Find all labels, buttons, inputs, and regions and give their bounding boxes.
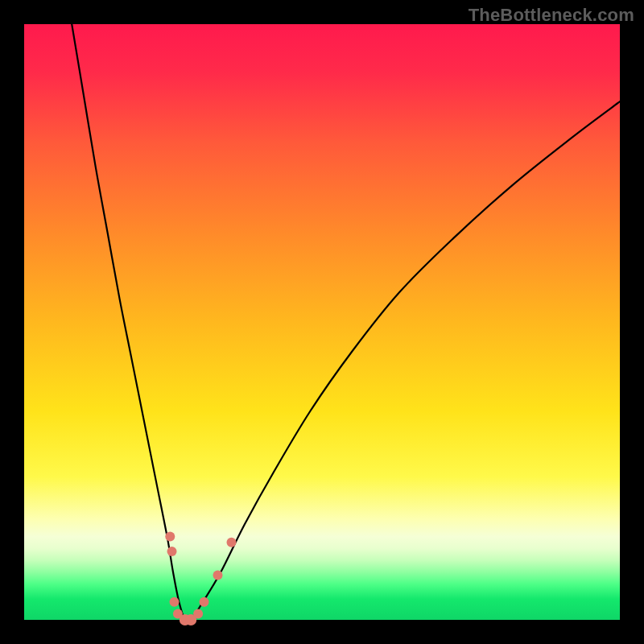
data-marker: [213, 571, 223, 580]
data-marker: [165, 531, 175, 541]
data-marker: [227, 538, 237, 547]
gradient-background: [24, 24, 620, 620]
plot-area: [24, 24, 620, 620]
app-frame: TheBottleneck.com: [0, 0, 644, 644]
data-marker: [167, 547, 177, 556]
data-marker: [170, 597, 180, 607]
watermark-text: TheBottleneck.com: [469, 5, 634, 26]
data-marker: [193, 609, 203, 619]
data-marker: [200, 597, 209, 607]
chart-canvas: [24, 24, 620, 620]
